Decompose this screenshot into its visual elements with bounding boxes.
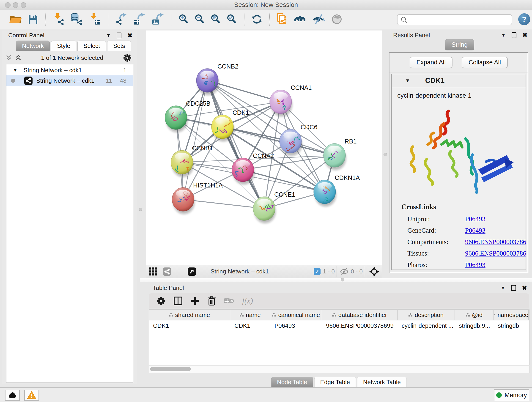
cloud-status-button[interactable] xyxy=(5,390,20,401)
export-image-button[interactable] xyxy=(152,13,165,26)
network-node-CDK1[interactable] xyxy=(211,115,234,139)
network-row[interactable]: String Network – cdk1 11 48 xyxy=(6,75,133,86)
refresh-view-button[interactable] xyxy=(251,14,262,25)
collapse-all-button[interactable]: Collapse All xyxy=(462,57,508,68)
network-view-share-button[interactable] xyxy=(163,265,171,278)
expand-all-icon[interactable] xyxy=(15,55,22,61)
network-node-CCNA2[interactable] xyxy=(232,158,254,182)
home-icon xyxy=(294,14,307,25)
column-header-canonical-name[interactable]: canonical name xyxy=(270,310,322,320)
crosslink-label: Tissues: xyxy=(407,249,465,257)
crosslink-link[interactable]: P06493 xyxy=(465,227,486,234)
search-input[interactable] xyxy=(410,15,509,24)
network-node-CDC25B[interactable] xyxy=(165,106,187,129)
table-panel-float-button[interactable] xyxy=(511,285,516,291)
table-cell[interactable]: 9606.ENSP00000378699 xyxy=(322,320,398,331)
vertical-splitter-handle[interactable] xyxy=(139,208,142,211)
network-node-CCNB2[interactable] xyxy=(196,69,218,92)
memory-button[interactable]: Memory xyxy=(494,389,529,401)
table-panel-menu-button[interactable]: ▼ xyxy=(500,285,505,291)
import-network-from-database-button[interactable] xyxy=(70,13,83,26)
import-network-from-file-button[interactable] xyxy=(52,13,64,26)
home-button[interactable] xyxy=(294,14,307,25)
collapse-all-icon[interactable] xyxy=(6,55,12,61)
zoom-in-button[interactable] xyxy=(179,14,189,24)
crosslink-link[interactable]: P06493 xyxy=(465,261,486,268)
table-horizontal-scrollbar[interactable] xyxy=(149,365,530,373)
network-canvas[interactable]: CCNB2CCNA1CDC25BCDK1CDC6RB1CCNB1CCNA2CDK… xyxy=(146,31,382,265)
table-settings-button[interactable] xyxy=(157,296,166,306)
import-table-from-file-button[interactable] xyxy=(89,13,101,26)
control-panel-float-button[interactable] xyxy=(117,32,121,38)
results-panel-float-button[interactable] xyxy=(512,32,516,38)
table-cell[interactable]: stringdb:9... xyxy=(455,320,494,331)
network-node-CCNE1[interactable] xyxy=(253,197,275,220)
table-cell[interactable]: cyclin-dependent ... xyxy=(398,320,455,331)
network-node-CCNB1[interactable] xyxy=(171,150,193,174)
export-table-button[interactable] xyxy=(133,13,146,26)
results-panel-menu-button[interactable]: ▼ xyxy=(501,32,506,38)
control-panel-menu-button[interactable]: ▼ xyxy=(106,33,111,38)
network-node-RB1[interactable] xyxy=(323,143,346,167)
help-button[interactable]: ? xyxy=(518,13,530,25)
crosslink-link[interactable]: 9606.ENSP00000378699 xyxy=(465,249,526,257)
column-header-database-identifier[interactable]: database identifier xyxy=(322,310,398,320)
string-import-button[interactable] xyxy=(277,13,288,26)
zoom-selected-button[interactable] xyxy=(227,14,237,24)
delete-column-button[interactable] xyxy=(207,296,216,306)
tab-sets[interactable]: Sets xyxy=(107,41,131,51)
table-cell[interactable]: CDK1 xyxy=(149,320,230,331)
vertical-splitter-handle[interactable] xyxy=(384,153,387,156)
tab-select[interactable]: Select xyxy=(77,41,106,51)
bird-eye-view-button[interactable] xyxy=(331,14,342,25)
tab-edge-table[interactable]: Edge Table xyxy=(314,377,356,387)
expand-all-button[interactable]: Expand All xyxy=(410,57,453,68)
tab-network-table[interactable]: Network Table xyxy=(357,377,407,387)
save-session-button[interactable] xyxy=(28,14,38,25)
network-node-CCNA1[interactable] xyxy=(270,90,292,114)
fit-selected-button[interactable] xyxy=(369,265,379,278)
delete-table-button[interactable] xyxy=(224,297,234,305)
hidden-count-badge: 0 - 0 xyxy=(340,265,363,278)
table-cell[interactable]: stringdb xyxy=(494,320,529,331)
horizontal-splitter-handle[interactable] xyxy=(341,278,344,281)
select-columns-button[interactable] xyxy=(173,296,183,306)
column-header-name[interactable]: name xyxy=(230,310,270,320)
table-row[interactable]: CDK1CDK1P064939606.ENSP00000378699cyclin… xyxy=(149,320,529,331)
warnings-button[interactable] xyxy=(24,390,39,401)
crosslink-link[interactable]: 9606.ENSP00000378699 xyxy=(465,238,526,245)
control-panel-close-button[interactable]: ✖ xyxy=(127,32,133,39)
column-header-shared-name[interactable]: shared name xyxy=(149,310,230,320)
column-header-namespace[interactable]: namespace xyxy=(494,310,529,320)
create-column-button[interactable] xyxy=(190,296,200,306)
export-network-button[interactable] xyxy=(115,13,128,26)
node-details-header[interactable]: ▼ CDK1 xyxy=(392,74,526,87)
tab-string[interactable]: String xyxy=(445,39,475,51)
network-node-CDC6[interactable] xyxy=(279,129,302,153)
function-builder-button[interactable]: f(x) xyxy=(242,297,253,305)
results-panel-close-button[interactable]: ✖ xyxy=(522,32,527,39)
table-panel-close-button[interactable]: ✖ xyxy=(522,284,527,292)
scrollbar-thumb[interactable] xyxy=(150,367,191,371)
grid-view-button[interactable] xyxy=(149,265,157,278)
collapse-triangle-icon[interactable]: ▼ xyxy=(405,78,410,84)
table-cell[interactable]: P06493 xyxy=(270,320,322,331)
network-collection-row[interactable]: ▼ String Network – cdk1 1 xyxy=(6,65,133,75)
tab-style[interactable]: Style xyxy=(51,41,76,51)
column-header-description[interactable]: description xyxy=(398,310,455,320)
hide-graphics-details-button[interactable] xyxy=(313,14,325,25)
gear-icon[interactable] xyxy=(123,53,132,62)
open-view-button[interactable] xyxy=(188,265,196,278)
zoom-out-button[interactable] xyxy=(195,14,205,24)
zoom-fit-button[interactable] xyxy=(211,14,221,24)
network-node-HIST1H1A[interactable] xyxy=(172,187,194,211)
crosslink-link[interactable]: P06493 xyxy=(465,215,486,223)
table-cell[interactable]: CDK1 xyxy=(230,320,270,331)
tab-node-table[interactable]: Node Table xyxy=(271,377,313,387)
zoom-selected-icon xyxy=(227,14,237,24)
collapse-triangle-icon[interactable]: ▼ xyxy=(13,67,18,73)
tab-network[interactable]: Network xyxy=(16,41,50,51)
open-session-button[interactable] xyxy=(9,14,22,25)
column-header--id[interactable]: @id xyxy=(455,310,494,320)
selected-checkbox-icon[interactable]: ✓ xyxy=(314,268,321,275)
